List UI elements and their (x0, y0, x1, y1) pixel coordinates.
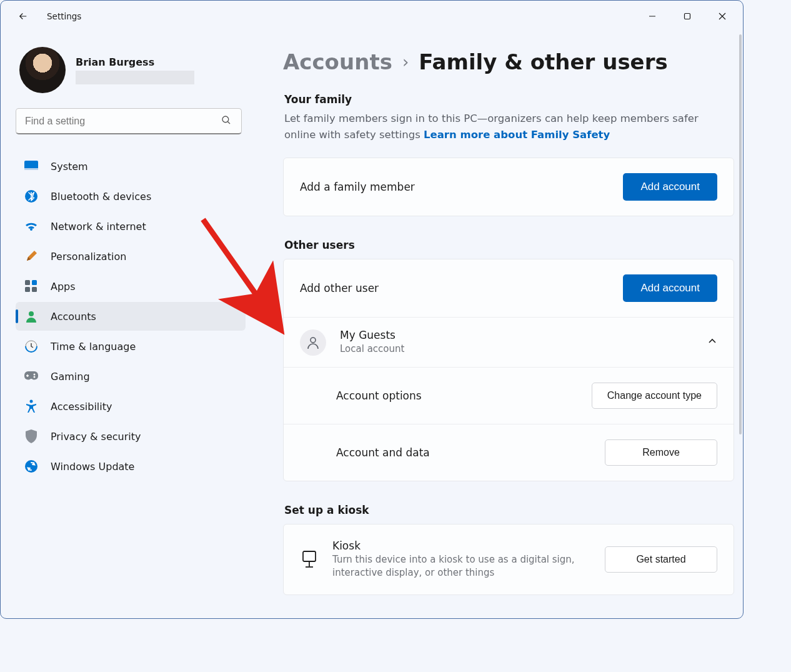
nav-label: Privacy & security (51, 431, 141, 443)
search-input[interactable] (16, 108, 242, 134)
wifi-icon (24, 219, 38, 233)
update-icon (24, 459, 38, 473)
nav-item-network[interactable]: Network & internet (16, 212, 246, 241)
nav-label: Time & language (51, 341, 136, 353)
svg-rect-1 (685, 14, 690, 19)
add-other-account-button[interactable]: Add account (623, 274, 717, 302)
svg-point-19 (25, 460, 37, 473)
kiosk-icon (300, 550, 319, 569)
nav-list: System Bluetooth & devices Network & int… (16, 152, 251, 481)
nav-label: Accounts (51, 311, 96, 323)
account-data-label: Account and data (336, 446, 430, 459)
svg-rect-12 (32, 287, 37, 292)
change-account-type-button[interactable]: Change account type (592, 383, 717, 409)
account-options-label: Account options (336, 389, 422, 402)
nav-item-gaming[interactable]: Gaming (16, 362, 246, 391)
accessibility-icon (24, 399, 38, 413)
nav-item-privacy[interactable]: Privacy & security (16, 422, 246, 451)
nav-item-apps[interactable]: Apps (16, 272, 246, 301)
guest-name: My Guests (340, 329, 404, 341)
nav-label: Accessibility (51, 401, 112, 413)
clock-icon (24, 339, 38, 353)
svg-point-13 (29, 311, 34, 316)
kiosk-card: Kiosk Turn this device into a kiosk to u… (283, 524, 734, 595)
nav-label: System (51, 161, 88, 173)
minimize-icon (649, 13, 656, 20)
section-title-kiosk: Set up a kiosk (284, 504, 734, 516)
section-title-family: Your family (284, 93, 734, 106)
profile-block[interactable]: Brian Burgess (16, 47, 251, 93)
minimize-button[interactable] (635, 4, 669, 29)
scrollbar[interactable] (739, 34, 742, 434)
brush-icon (24, 249, 38, 263)
kiosk-title: Kiosk (332, 539, 595, 552)
section-desc-family: Let family members sign in to this PC—or… (284, 111, 722, 143)
chevron-up-icon (707, 336, 717, 349)
nav-item-system[interactable]: System (16, 152, 246, 181)
svg-point-18 (30, 400, 33, 403)
remove-account-button[interactable]: Remove (605, 439, 717, 466)
svg-rect-9 (25, 280, 30, 285)
add-other-label: Add other user (300, 282, 379, 294)
nav-item-update[interactable]: Windows Update (16, 452, 246, 481)
nav-item-accessibility[interactable]: Accessibility (16, 392, 246, 421)
nav-label: Personalization (51, 251, 126, 263)
chevron-right-icon: › (402, 53, 409, 71)
back-button[interactable] (11, 4, 36, 29)
section-title-other: Other users (284, 239, 734, 251)
svg-rect-7 (24, 168, 38, 170)
nav-item-personalization[interactable]: Personalization (16, 242, 246, 271)
close-icon (719, 13, 726, 20)
maximize-icon (684, 13, 691, 20)
nav-label: Windows Update (51, 461, 134, 473)
nav-label: Network & internet (51, 221, 146, 233)
svg-point-17 (34, 376, 36, 378)
page-title: Family & other users (419, 49, 667, 74)
svg-point-20 (311, 338, 316, 343)
svg-rect-21 (303, 551, 316, 561)
svg-rect-11 (25, 287, 30, 292)
nav-item-time[interactable]: Time & language (16, 332, 246, 361)
kiosk-desc: Turn this device into a kiosk to use as … (332, 553, 595, 579)
guest-type: Local account (340, 343, 404, 356)
close-button[interactable] (705, 4, 739, 29)
nav-label: Bluetooth & devices (51, 191, 151, 203)
other-users-card: Add other user Add account My Guests Loc… (283, 259, 734, 481)
family-card: Add a family member Add account (283, 158, 734, 216)
app-title: Settings (47, 11, 81, 21)
apps-icon (24, 279, 38, 293)
content-area: Accounts › Family & other users Your fam… (257, 32, 743, 618)
profile-name: Brian Burgess (76, 56, 194, 68)
titlebar: Settings (1, 1, 743, 32)
profile-email-redacted (76, 71, 194, 84)
add-family-account-button[interactable]: Add account (623, 173, 717, 201)
guest-user-row[interactable]: My Guests Local account (284, 318, 734, 368)
nav-item-bluetooth[interactable]: Bluetooth & devices (16, 182, 246, 211)
system-icon (24, 159, 38, 173)
breadcrumb: Accounts › Family & other users (283, 49, 734, 74)
shield-icon (24, 429, 38, 443)
sidebar: Brian Burgess System Bluetooth & devices… (1, 32, 257, 618)
nav-item-accounts[interactable]: Accounts (16, 302, 246, 331)
svg-rect-10 (32, 280, 37, 285)
user-avatar-icon (300, 329, 326, 356)
gamepad-icon (24, 369, 38, 383)
breadcrumb-parent[interactable]: Accounts (283, 49, 392, 74)
family-safety-link[interactable]: Learn more about Family Safety (424, 129, 610, 141)
avatar (19, 47, 66, 93)
add-family-label: Add a family member (300, 181, 415, 193)
svg-point-16 (34, 374, 36, 376)
bluetooth-icon (24, 189, 38, 203)
nav-label: Apps (51, 281, 76, 293)
kiosk-get-started-button[interactable]: Get started (605, 546, 717, 573)
nav-label: Gaming (51, 371, 90, 383)
maximize-button[interactable] (670, 4, 704, 29)
arrow-left-icon (17, 11, 29, 22)
window-controls (635, 4, 739, 29)
search-container (16, 108, 251, 134)
person-icon (24, 309, 38, 323)
